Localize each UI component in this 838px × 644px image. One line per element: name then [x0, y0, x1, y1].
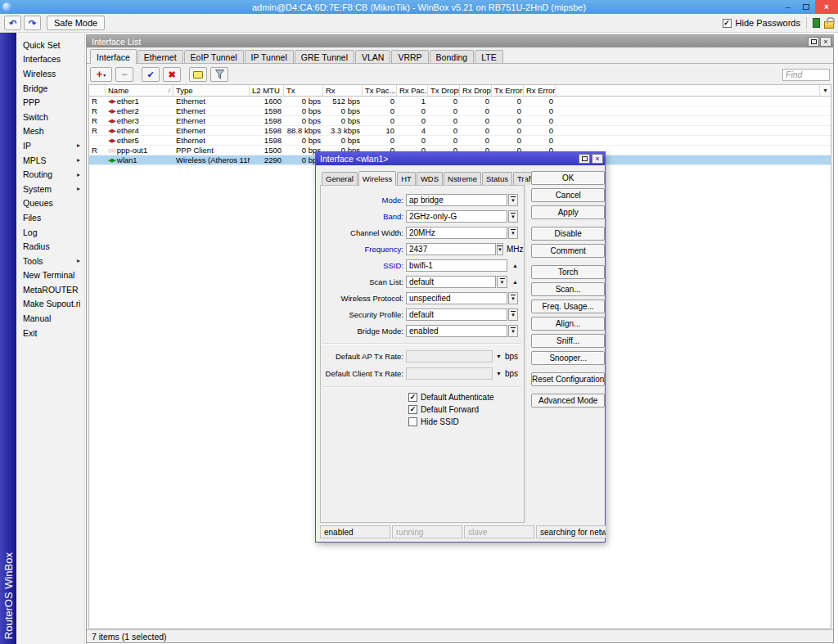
field-input[interactable] — [406, 308, 507, 321]
interface-list-tab[interactable]: IP Tunnel — [245, 50, 294, 63]
collapse-up-arrow-icon[interactable] — [512, 279, 518, 285]
sidebar-item[interactable]: Files — [16, 210, 84, 225]
sidebar-item[interactable]: Routing ▸ — [16, 167, 84, 182]
interface-list-tab[interactable]: VRRP — [391, 50, 428, 63]
interface-list-tab[interactable]: GRE Tunnel — [295, 50, 354, 63]
sidebar-item[interactable]: Make Supout.rif — [16, 297, 84, 312]
table-row[interactable]: ether5 Ethernet 1598 0 bps 0 bps 0 0 0 0… — [89, 136, 831, 146]
sidebar-item[interactable]: System ▸ — [16, 182, 84, 196]
interface-list-tab[interactable]: EoIP Tunnel — [184, 50, 244, 63]
dialog-tab[interactable]: HT — [397, 172, 416, 185]
column-flags[interactable] — [89, 85, 106, 96]
comment-button[interactable] — [189, 67, 207, 82]
checkbox[interactable] — [408, 393, 417, 402]
sidebar-item[interactable]: Interfaces — [16, 52, 84, 67]
dialog-tab[interactable]: Wireless — [358, 171, 396, 186]
sidebar-item[interactable]: Quick Set — [16, 38, 84, 52]
dialog-tab[interactable]: WDS — [417, 172, 443, 185]
column-tx-packet[interactable]: Tx Pac... — [363, 85, 397, 96]
column-tx-errors[interactable]: Tx Errors — [492, 85, 524, 96]
dialog-tab[interactable]: General — [322, 172, 358, 185]
field-input[interactable] — [406, 292, 507, 304]
dialog-button[interactable]: Reset Configuration — [531, 372, 605, 386]
dropdown-arrow-icon[interactable] — [496, 371, 502, 376]
add-interface-button[interactable]: + ▾ — [90, 67, 112, 82]
table-row[interactable]: R ether1 Ethernet 1600 0 bps 512 bps 0 1… — [89, 97, 831, 106]
sidebar-item[interactable]: Log — [16, 225, 84, 240]
interface-list-close-button[interactable]: × — [820, 37, 831, 47]
field-input[interactable] — [406, 350, 493, 363]
field-input[interactable] — [406, 243, 496, 255]
interface-list-tab[interactable]: Bonding — [430, 50, 475, 63]
dialog-button[interactable]: Comment — [531, 244, 605, 258]
field-input[interactable] — [406, 367, 493, 380]
find-input[interactable] — [782, 69, 830, 81]
safe-mode-button[interactable]: Safe Mode — [47, 16, 105, 30]
field-input[interactable] — [406, 276, 496, 288]
sidebar-item[interactable]: IP ▸ — [16, 138, 84, 153]
table-row[interactable]: R ether4 Ethernet 1598 88.8 kbps 3.3 kbp… — [89, 126, 831, 136]
column-rx-drops[interactable]: Rx Drops — [460, 85, 492, 96]
dropdown-button[interactable] — [508, 227, 518, 239]
hide-passwords-checkbox[interactable] — [723, 19, 732, 28]
column-select-dropdown[interactable]: ▼ — [819, 85, 831, 96]
sidebar-item[interactable]: Switch — [16, 110, 84, 124]
column-rx-packet[interactable]: Rx Pac... — [397, 85, 428, 96]
close-button[interactable]: × — [815, 0, 838, 14]
redo-button[interactable]: ↷ — [24, 16, 41, 30]
dropdown-button[interactable] — [508, 325, 518, 337]
column-name[interactable]: Name/ — [106, 85, 173, 96]
dialog-button[interactable]: Scan... — [531, 282, 605, 296]
sidebar-item[interactable]: Manual — [16, 311, 84, 326]
field-input[interactable] — [406, 210, 507, 223]
sidebar-item[interactable]: Radius — [16, 239, 84, 254]
dropdown-button[interactable] — [508, 292, 518, 304]
collapse-up-arrow-icon[interactable] — [512, 263, 518, 268]
dialog-close-button[interactable]: × — [592, 154, 603, 164]
dialog-button[interactable]: Sniff... — [531, 334, 605, 348]
dialog-button[interactable]: Torch — [531, 265, 605, 279]
sidebar-item[interactable]: Tools ▸ — [16, 254, 84, 268]
interface-list-tab[interactable]: Interface — [90, 49, 137, 64]
column-tx[interactable]: Tx — [284, 85, 323, 96]
table-row[interactable]: R ether2 Ethernet 1598 0 bps 0 bps 0 0 0… — [89, 106, 831, 116]
checkbox-row[interactable]: Default Authenticate — [408, 391, 521, 403]
field-input[interactable] — [406, 259, 507, 272]
table-row[interactable]: R ether3 Ethernet 1598 0 bps 0 bps 0 0 0… — [89, 116, 831, 126]
sidebar-item[interactable]: Exit — [16, 326, 84, 340]
dropdown-button[interactable] — [508, 308, 518, 321]
interface-list-restore-button[interactable] — [808, 37, 819, 47]
filter-button[interactable] — [210, 67, 228, 82]
field-input[interactable] — [406, 194, 507, 206]
dialog-button[interactable]: Align... — [531, 317, 605, 331]
sidebar-item[interactable]: Wireless — [16, 66, 84, 81]
checkbox-row[interactable]: Hide SSID — [408, 416, 521, 428]
dialog-button[interactable]: Cancel — [531, 188, 605, 202]
column-l2mtu[interactable]: L2 MTU — [250, 85, 284, 96]
checkbox-row[interactable]: Default Forward — [408, 403, 521, 416]
dialog-tab[interactable]: Status — [482, 172, 512, 185]
sidebar-item[interactable]: New Terminal — [16, 268, 84, 283]
field-input[interactable] — [406, 325, 507, 337]
dropdown-button[interactable] — [508, 194, 518, 206]
field-input[interactable] — [406, 227, 507, 239]
minimize-button[interactable]: – — [779, 0, 797, 14]
dialog-button[interactable]: Apply — [531, 205, 605, 219]
column-rx-errors[interactable]: Rx Errors — [524, 85, 556, 96]
checkbox[interactable] — [408, 405, 417, 414]
dialog-tab[interactable]: Nstreme — [444, 172, 481, 185]
disable-interface-button[interactable]: ✖ — [163, 67, 181, 82]
sidebar-item[interactable]: Bridge — [16, 81, 84, 96]
restore-button[interactable] — [797, 0, 815, 14]
sidebar-item[interactable]: Queues — [16, 196, 84, 211]
interface-list-tab[interactable]: LTE — [475, 50, 502, 63]
dialog-button[interactable]: Freq. Usage... — [531, 299, 605, 313]
checkbox[interactable] — [408, 417, 417, 426]
interface-list-tab[interactable]: VLAN — [355, 50, 390, 63]
dialog-button[interactable]: Disable — [531, 227, 605, 241]
dropdown-button[interactable] — [497, 276, 507, 288]
dialog-maximize-button[interactable] — [579, 154, 590, 164]
dialog-button[interactable]: Advanced Mode — [531, 394, 605, 408]
remove-interface-button[interactable]: − — [115, 67, 133, 82]
sidebar-item[interactable]: MetaROUTER — [16, 282, 84, 297]
